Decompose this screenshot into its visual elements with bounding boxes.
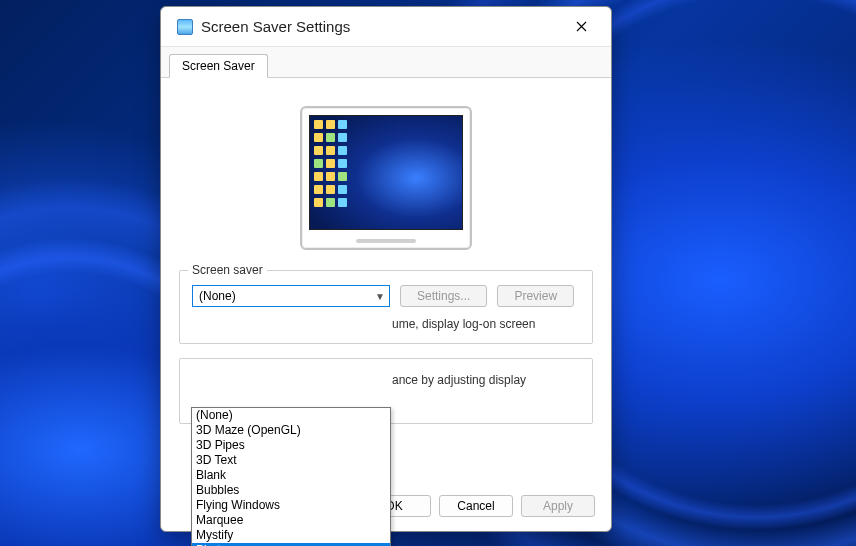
screen-saver-settings-dialog: Screen Saver Settings Screen Saver Scree… [160,6,612,532]
dropdown-option[interactable]: (None) [192,408,390,423]
settings-button[interactable]: Settings... [400,285,487,307]
perf-text-fragment: ance by adjusting display [192,373,580,387]
titlebar: Screen Saver Settings [161,7,611,47]
close-button[interactable] [563,12,599,42]
button-label: Cancel [457,499,494,513]
dropdown-option[interactable]: Marquee [192,513,390,528]
window-title: Screen Saver Settings [201,18,563,35]
dropdown-option[interactable]: 3D Text [192,453,390,468]
screen-saver-row: (None) ▼ Settings... Preview [192,285,580,307]
dropdown-option[interactable]: 3D Maze (OpenGL) [192,423,390,438]
button-label: Apply [543,499,573,513]
monitor-preview-area [179,88,593,256]
resume-text-fragment: ume, display log-on screen [192,317,580,331]
monitor-frame [300,106,472,250]
desktop-icons-icon [314,120,347,208]
dropdown-option[interactable]: Flying Windows [192,498,390,513]
button-label: Settings... [417,289,470,303]
dropdown-option[interactable]: Bubbles [192,483,390,498]
combo-value: (None) [199,289,375,303]
group-label: Screen saver [188,263,267,277]
preview-button[interactable]: Preview [497,285,574,307]
tab-screen-saver[interactable]: Screen Saver [169,54,268,78]
cancel-button[interactable]: Cancel [439,495,513,517]
apply-button[interactable]: Apply [521,495,595,517]
screen-saver-select[interactable]: (None) ▼ [192,285,390,307]
screen-saver-dropdown[interactable]: (None)3D Maze (OpenGL)3D Pipes3D TextBla… [191,407,391,546]
button-label: Preview [514,289,557,303]
dropdown-option[interactable]: 3D Pipes [192,438,390,453]
dropdown-option[interactable]: Blank [192,468,390,483]
monitor-screen [309,115,463,230]
chevron-down-icon: ▼ [375,291,385,302]
tab-label: Screen Saver [182,59,255,73]
dialog-body: Screen saver (None) ▼ Settings... Previe… [161,78,611,485]
close-icon [576,21,587,32]
window-icon [177,19,193,35]
dropdown-option[interactable]: Mystify [192,528,390,543]
tabstrip: Screen Saver [161,47,611,78]
screen-saver-group: Screen saver (None) ▼ Settings... Previe… [179,270,593,344]
